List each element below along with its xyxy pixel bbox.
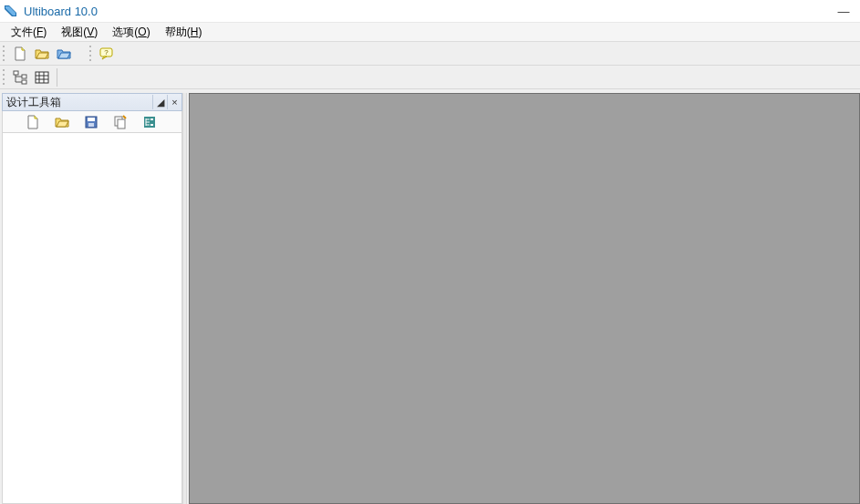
panel-close-button[interactable]: × (167, 95, 181, 109)
toolbar-grip[interactable] (2, 67, 7, 87)
panel-save-button[interactable] (81, 112, 101, 132)
svg-rect-8 (88, 123, 94, 127)
menu-view[interactable]: 视图(V) (54, 23, 105, 42)
menu-label: 文件 (11, 26, 33, 38)
title-bar: Ultiboard 10.0 — (0, 0, 860, 22)
menu-file[interactable]: 文件(F) (4, 23, 54, 42)
help-bubble-button[interactable]: ? (97, 44, 117, 64)
menu-accel: V (87, 26, 94, 38)
toolbar-separator (57, 68, 57, 87)
panel-tree-tag-button[interactable] (140, 112, 160, 132)
panel-toolbar (2, 111, 182, 133)
svg-rect-13 (150, 124, 153, 126)
standard-toolbar: ? (0, 42, 860, 66)
menu-accel: H (191, 26, 199, 38)
workspace: 设计工具箱 ◢ × (0, 89, 860, 504)
panel-open-button[interactable] (52, 112, 72, 132)
open-example-button[interactable] (54, 44, 74, 64)
menu-label: 视图 (61, 26, 83, 38)
menu-accel: O (138, 26, 146, 38)
panel-new-button[interactable] (23, 112, 43, 132)
menu-label: 选项 (112, 26, 134, 38)
panel-pin-button[interactable]: ◢ (152, 95, 167, 109)
svg-rect-2 (14, 71, 18, 75)
svg-rect-7 (88, 118, 95, 121)
grid-table-button[interactable] (32, 67, 52, 87)
open-folder-button[interactable] (32, 44, 52, 64)
menu-options[interactable]: 选项(O) (105, 23, 157, 42)
tree-structure-button[interactable] (10, 67, 30, 87)
panel-copy-button[interactable] (110, 112, 130, 132)
app-logo-icon (4, 4, 18, 18)
svg-rect-5 (36, 72, 48, 83)
svg-text:?: ? (104, 48, 109, 57)
svg-rect-12 (150, 118, 153, 120)
svg-rect-4 (22, 80, 26, 84)
app-title: Ultiboard 10.0 (24, 5, 98, 18)
canvas-container (187, 89, 860, 504)
menu-help[interactable]: 帮助(H) (158, 23, 210, 42)
view-toolbar (0, 66, 860, 89)
side-panel: 设计工具箱 ◢ × (0, 89, 182, 504)
menu-bar: 文件(F) 视图(V) 选项(O) 帮助(H) (0, 22, 860, 42)
panel-tree-body[interactable] (2, 133, 182, 504)
menu-accel: F (36, 26, 43, 38)
svg-rect-3 (22, 75, 26, 78)
toolbar-grip[interactable] (2, 44, 7, 64)
new-file-button[interactable] (10, 44, 30, 64)
minimize-button[interactable]: — (831, 5, 856, 18)
toolbar-grip[interactable] (88, 44, 94, 64)
menu-label: 帮助 (165, 26, 187, 38)
panel-title: 设计工具箱 (6, 95, 61, 110)
design-canvas[interactable] (189, 93, 860, 504)
panel-header: 设计工具箱 ◢ × (2, 93, 182, 111)
svg-rect-10 (118, 119, 125, 129)
